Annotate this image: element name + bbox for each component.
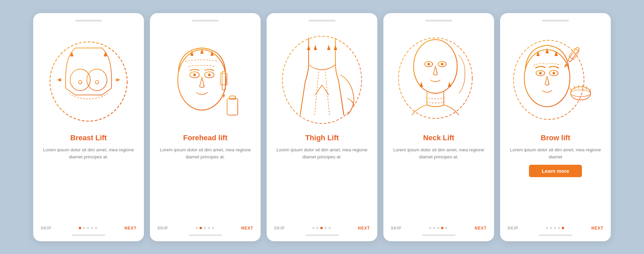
svg-marker-67 <box>545 48 549 53</box>
bottom-bar-forehead-lift <box>189 235 222 236</box>
bottom-bar-neck-lift <box>422 235 455 236</box>
svg-point-16 <box>193 73 196 76</box>
skip-button-thigh-lift[interactable]: SKIP <box>274 226 285 231</box>
dot-4 <box>91 227 93 229</box>
bottom-bar-thigh-lift <box>305 235 339 236</box>
card-text-breast-lift: Lorem ipsum dolor sit dim amet, mea regi… <box>33 146 144 161</box>
svg-marker-10 <box>57 78 61 82</box>
card-breast-lift: Breast Lift Lorem ipsum dolor sit dim am… <box>33 13 144 241</box>
dot-3 <box>320 227 323 229</box>
illustration-brow-lift <box>500 26 611 130</box>
card-title-brow-lift: Brow lift <box>541 134 570 142</box>
bottom-bar-brow-lift <box>539 235 572 236</box>
card-text-forehead-lift: Lorem ipsum dolor sit dim amet, mea regi… <box>150 146 261 161</box>
skip-button-brow-lift[interactable]: SKIP <box>507 226 518 231</box>
top-indicator-4 <box>425 20 452 21</box>
card-title-neck-lift: Neck Lift <box>423 134 454 142</box>
svg-marker-47 <box>334 45 337 50</box>
next-button-neck-lift[interactable]: NEXT <box>475 226 487 231</box>
dot-4 <box>208 227 210 229</box>
top-indicator-3 <box>309 20 335 21</box>
svg-point-62 <box>539 72 542 74</box>
dot-1 <box>196 227 198 229</box>
cards-container: Breast Lift Lorem ipsum dolor sit dim am… <box>20 3 624 251</box>
svg-point-3 <box>78 81 82 84</box>
dot-2 <box>200 227 202 229</box>
skip-button-forehead-lift[interactable]: SKIP <box>157 226 168 231</box>
dot-5 <box>562 227 564 229</box>
svg-marker-43 <box>314 45 317 50</box>
card-footer-forehead-lift: SKIP NEXT <box>150 222 261 231</box>
illustration-breast-lift <box>33 26 144 130</box>
dot-2 <box>316 227 319 229</box>
svg-line-79 <box>582 85 583 89</box>
top-indicator-2 <box>192 20 219 21</box>
illustration-forehead-lift <box>150 26 261 130</box>
card-text-thigh-lift: Lorem ipsum dolor sit dim amet, mea regi… <box>267 146 377 161</box>
card-neck-lift: Neck Lift Lorem ipsum dolor sit dim amet… <box>383 13 494 241</box>
dot-5 <box>328 227 331 229</box>
card-footer-breast-lift: SKIP NEXT <box>33 222 144 231</box>
svg-marker-41 <box>307 45 310 50</box>
card-text-brow-lift: Lorem ipsum dolor sit dim amet, mea regi… <box>500 146 611 161</box>
svg-line-77 <box>574 86 575 89</box>
dots-brow-lift <box>546 227 564 229</box>
dot-3 <box>204 227 206 229</box>
svg-marker-57 <box>448 82 451 87</box>
svg-marker-55 <box>420 82 423 87</box>
svg-point-4 <box>95 81 99 84</box>
svg-marker-12 <box>116 78 120 82</box>
svg-line-38 <box>315 85 322 95</box>
dot-1 <box>429 227 431 229</box>
card-text-neck-lift: Lorem ipsum dolor sit dim amet, mea regi… <box>383 146 494 161</box>
next-button-thigh-lift[interactable]: NEXT <box>358 226 370 231</box>
dot-3 <box>87 227 89 229</box>
skip-button-neck-lift[interactable]: SKIP <box>391 226 401 231</box>
top-indicator <box>75 20 102 21</box>
card-forehead-lift: Forehead lift Lorem ipsum dolor sit dim … <box>150 13 261 241</box>
next-button-forehead-lift[interactable]: NEXT <box>241 226 253 231</box>
svg-marker-45 <box>327 45 330 50</box>
dot-3 <box>554 227 556 229</box>
card-title-forehead-lift: Forehead lift <box>183 134 227 142</box>
card-footer-brow-lift: SKIP NEXT <box>500 222 611 231</box>
dot-1 <box>546 227 548 229</box>
dot-4 <box>441 227 443 229</box>
card-title-breast-lift: Breast Lift <box>70 134 107 142</box>
next-button-brow-lift[interactable]: NEXT <box>591 226 603 231</box>
svg-rect-24 <box>222 71 225 90</box>
svg-point-63 <box>552 72 555 74</box>
learn-more-button[interactable]: Learn more <box>529 165 582 177</box>
dots-forehead-lift <box>196 227 214 229</box>
svg-point-53 <box>441 63 443 65</box>
svg-line-76 <box>570 88 572 91</box>
illustration-thigh-lift <box>267 26 377 130</box>
dot-1 <box>312 227 315 229</box>
card-footer-thigh-lift: SKIP NEXT <box>267 222 377 231</box>
illustration-neck-lift <box>383 26 494 130</box>
card-footer-neck-lift: SKIP NEXT <box>383 222 494 231</box>
next-button-breast-lift[interactable]: NEXT <box>124 226 137 231</box>
svg-point-74 <box>571 87 591 100</box>
dots-thigh-lift <box>312 227 331 229</box>
svg-point-0 <box>50 42 127 121</box>
svg-point-75 <box>571 90 591 97</box>
card-brow-lift: Brow lift Lorem ipsum dolor sit dim amet… <box>500 13 611 241</box>
top-indicator-5 <box>542 20 569 21</box>
dot-2 <box>83 227 85 229</box>
dot-2 <box>550 227 552 229</box>
skip-button-breast-lift[interactable]: SKIP <box>41 226 51 231</box>
card-thigh-lift: Thigh Lift Lorem ipsum dolor sit dim ame… <box>267 13 377 241</box>
dots-breast-lift <box>79 227 97 229</box>
dots-neck-lift <box>429 227 447 229</box>
dot-3 <box>437 227 439 229</box>
svg-rect-32 <box>229 96 235 99</box>
dot-2 <box>433 227 435 229</box>
dot-4 <box>324 227 327 229</box>
svg-line-39 <box>322 85 329 95</box>
card-title-thigh-lift: Thigh Lift <box>305 134 339 142</box>
dot-5 <box>445 227 447 229</box>
dot-4 <box>558 227 560 229</box>
dot-5 <box>95 227 97 229</box>
svg-point-52 <box>427 63 430 65</box>
